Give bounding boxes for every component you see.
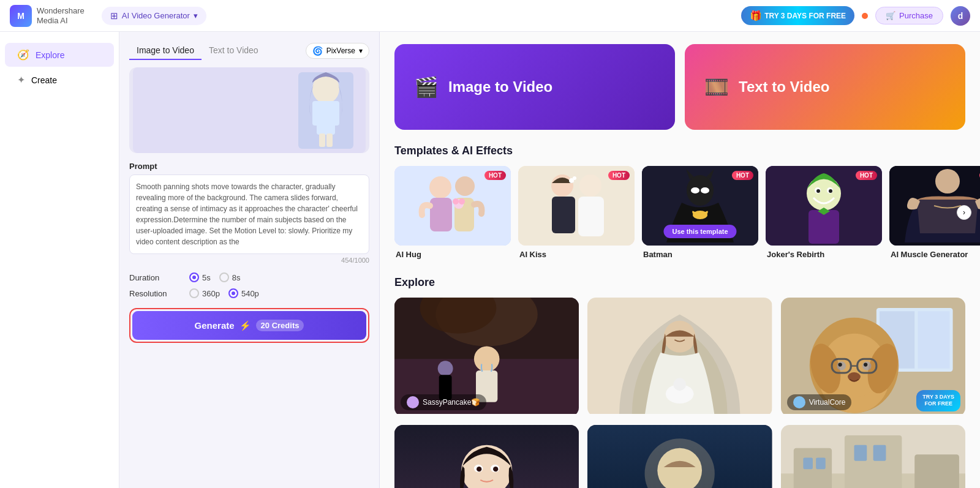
template-card-ai-kiss[interactable]: HOT xyxy=(518,166,635,259)
hero-image-icon: 🎬 xyxy=(414,75,439,99)
template-thumb-ai-hug: HOT xyxy=(394,166,511,246)
duration-5s-radio[interactable] xyxy=(189,272,199,282)
header: M Wondershare Media AI ⊞ AI Video Genera… xyxy=(0,0,980,32)
hero-text-to-video[interactable]: 🎞️ Text to Video xyxy=(685,44,965,130)
svg-rect-84 xyxy=(845,435,902,488)
main-layout: 🧭 Explore ✦ Create Image to Video Text t… xyxy=(0,32,980,488)
panel-tabs: Image to Video Text to Video 🌀 PixVerse … xyxy=(129,42,369,60)
svg-point-31 xyxy=(807,176,841,211)
avatar[interactable]: d xyxy=(951,6,970,26)
svg-point-27 xyxy=(691,187,699,193)
explore-card-3[interactable]: VirtualCore TRY 3 DAYSFOR FREE xyxy=(781,298,965,416)
brand-line1: Wondershare xyxy=(37,6,85,16)
duration-8s-radio[interactable] xyxy=(219,272,229,282)
hot-badge-batman: HOT xyxy=(732,171,753,180)
explore-card-6[interactable] xyxy=(781,425,965,488)
resolution-row: Resolution 360p 540p xyxy=(129,288,369,298)
logo-letter: M xyxy=(17,11,24,21)
svg-rect-7 xyxy=(326,133,333,147)
resolution-360p-radio[interactable] xyxy=(189,288,199,298)
explore-img-6 xyxy=(781,425,965,488)
nav-pill[interactable]: ⊞ AI Video Generator ▾ xyxy=(102,7,206,25)
svg-rect-86 xyxy=(803,457,813,469)
template-card-joker[interactable]: HOT xyxy=(766,166,882,259)
sidebar-item-explore[interactable]: 🧭 Explore xyxy=(5,43,114,67)
try-corner-badge[interactable]: TRY 3 DAYSFOR FREE xyxy=(916,390,960,411)
explore-card-4[interactable] xyxy=(394,425,579,488)
sidebar-item-create[interactable]: ✦ Create xyxy=(5,68,114,92)
user-name-1: SassyPancake🍞 xyxy=(423,398,480,407)
svg-point-46 xyxy=(438,361,453,376)
explore-card-2[interactable] xyxy=(587,298,772,416)
svg-point-15 xyxy=(459,198,465,205)
notification-dot xyxy=(862,13,868,19)
hero-image-to-video[interactable]: 🎬 Image to Video xyxy=(394,44,675,130)
provider-label: PixVerse xyxy=(326,47,355,55)
svg-point-37 xyxy=(829,189,832,193)
nav-label: AI Video Generator xyxy=(122,11,190,20)
sidebar: 🧭 Explore ✦ Create xyxy=(0,32,119,488)
try-free-button[interactable]: 🎁 TRY 3 DAYS FOR FREE xyxy=(741,6,854,25)
prompt-textarea[interactable]: Smooth panning shots move towards the ch… xyxy=(129,175,369,254)
svg-rect-87 xyxy=(816,457,826,469)
duration-8s-option[interactable]: 8s xyxy=(219,272,241,282)
right-content: 🎬 Image to Video 🎞️ Text to Video Templa… xyxy=(380,32,980,488)
tab-text-to-video-label: Text to Video xyxy=(209,45,258,55)
left-panel: Image to Video Text to Video 🌀 PixVerse … xyxy=(119,32,380,488)
resolution-540p-label: 540p xyxy=(241,289,259,298)
template-card-ai-hug[interactable]: HOT xyxy=(394,166,511,259)
user-name-3: VirtualCore xyxy=(809,398,846,407)
tab-image-to-video[interactable]: Image to Video xyxy=(129,42,202,60)
tab-image-to-video-label: Image to Video xyxy=(137,45,194,55)
explore-card-1[interactable]: SassyPancake🍞 xyxy=(394,298,579,416)
gift-icon: 🎁 xyxy=(750,10,762,21)
templates-row: HOT xyxy=(394,166,965,259)
provider-selector[interactable]: 🌀 PixVerse ▾ xyxy=(306,43,369,59)
svg-point-22 xyxy=(573,176,576,180)
explore-card-5[interactable] xyxy=(587,425,772,488)
header-right: 🎁 TRY 3 DAYS FOR FREE 🛒 Purchase d xyxy=(741,6,970,26)
hero-image-to-video-title: Image to Video xyxy=(448,78,552,96)
template-card-batman[interactable]: HOT Use this template xyxy=(642,166,758,259)
template-name-muscle: AI Muscle Generator xyxy=(889,250,980,259)
resolution-label: Resolution xyxy=(129,289,184,298)
avatar-letter: d xyxy=(958,11,963,21)
logo: M xyxy=(10,5,32,27)
use-template-btn-batman[interactable]: Use this template xyxy=(663,225,736,238)
template-name-ai-hug: AI Hug xyxy=(394,250,511,259)
explore-img-2 xyxy=(587,298,772,414)
svg-rect-85 xyxy=(914,454,959,488)
purchase-button[interactable]: 🛒 Purchase xyxy=(875,7,943,24)
templates-title: Templates & AI Effects xyxy=(394,145,965,157)
svg-rect-20 xyxy=(578,197,604,236)
provider-chevron-icon: ▾ xyxy=(359,47,363,55)
duration-row: Duration 5s 8s xyxy=(129,272,369,282)
resolution-360p-option[interactable]: 360p xyxy=(189,288,220,298)
resolution-radio-group: 360p 540p xyxy=(189,288,259,298)
credits-badge: 20 Credits xyxy=(256,320,304,331)
templates-next-button[interactable]: › xyxy=(957,205,971,220)
resolution-540p-option[interactable]: 540p xyxy=(228,288,259,298)
hero-text-to-video-title: Text to Video xyxy=(739,78,829,96)
svg-point-28 xyxy=(701,187,709,193)
prompt-label: Prompt xyxy=(129,162,369,171)
svg-point-36 xyxy=(816,189,820,193)
svg-point-10 xyxy=(455,176,475,196)
svg-rect-6 xyxy=(319,133,325,147)
svg-rect-32 xyxy=(809,210,839,244)
compass-icon: 🧭 xyxy=(17,49,29,61)
resolution-540p-radio[interactable] xyxy=(228,288,238,298)
generate-button[interactable]: Generate ⚡ 20 Credits xyxy=(132,311,366,340)
svg-rect-83 xyxy=(793,448,831,488)
sidebar-create-label: Create xyxy=(31,75,57,85)
hot-badge-joker: HOT xyxy=(856,171,877,180)
svg-point-18 xyxy=(579,175,601,197)
explore-grid: SassyPancake🍞 xyxy=(394,298,965,488)
duration-5s-option[interactable]: 5s xyxy=(189,272,211,282)
explore-user-1: SassyPancake🍞 xyxy=(401,394,486,410)
cart-icon: 🛒 xyxy=(886,11,895,20)
image-preview-area[interactable] xyxy=(129,67,369,153)
explore-title: Explore xyxy=(394,276,965,289)
tab-text-to-video[interactable]: Text to Video xyxy=(202,42,266,60)
svg-point-66 xyxy=(838,362,842,366)
